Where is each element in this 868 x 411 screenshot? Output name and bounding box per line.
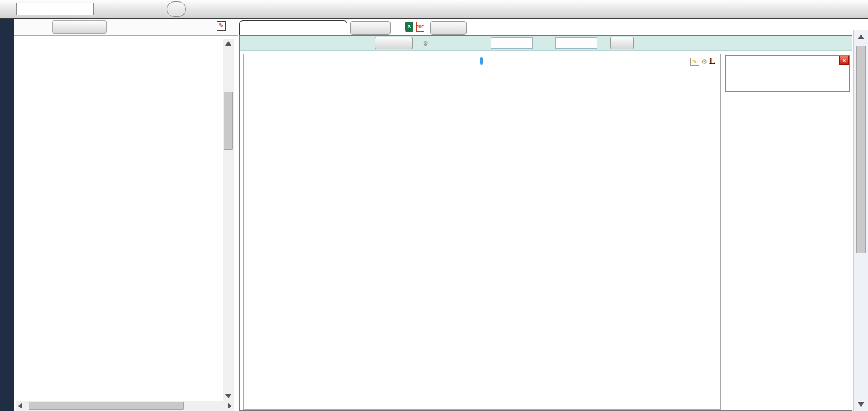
- chart-panel: ⚙ ✎ ⚙ L x: [239, 35, 852, 411]
- options-button[interactable]: ⚙: [423, 39, 429, 47]
- tab-new-tab[interactable]: [239, 20, 347, 36]
- go-all-button[interactable]: [430, 21, 467, 35]
- chart-settings-gear-icon[interactable]: ⚙: [701, 58, 708, 66]
- tree-mode-button[interactable]: [52, 20, 107, 34]
- chart-title-row: ✎ ⚙ L: [244, 56, 720, 66]
- side-tab-strip: [0, 19, 14, 411]
- tree-panel: [14, 35, 238, 411]
- new-tab-button[interactable]: [350, 21, 391, 35]
- scroll-up-icon[interactable]: [225, 41, 231, 46]
- edit-chart-icon[interactable]: ✎: [690, 58, 699, 66]
- tree-scroll-thumb[interactable]: [224, 92, 233, 150]
- page-vertical-scrollbar[interactable]: [853, 30, 868, 411]
- kpi-toolbar: ⚙: [240, 36, 852, 51]
- go-button[interactable]: [610, 37, 634, 49]
- chart-box: ✎ ⚙ L: [243, 54, 721, 410]
- interval-button[interactable]: [375, 37, 413, 49]
- log-scale-icon[interactable]: L: [709, 56, 715, 66]
- scroll-down-icon[interactable]: [858, 402, 864, 407]
- excel-export-icon[interactable]: X: [405, 22, 413, 32]
- gear-icon: ⚙: [423, 40, 429, 47]
- tab-strip: X PDF: [238, 19, 853, 35]
- scroll-right-icon[interactable]: [228, 403, 231, 409]
- legend-close-icon[interactable]: x: [839, 56, 849, 65]
- notes-icon[interactable]: ✎: [217, 21, 226, 31]
- to-date-input[interactable]: [555, 37, 597, 49]
- search-input[interactable]: [16, 3, 94, 15]
- kpi-line-chart: [244, 67, 720, 409]
- scroll-left-icon[interactable]: [18, 403, 22, 409]
- pdf-export-icon[interactable]: PDF: [416, 22, 424, 32]
- divider: [361, 38, 361, 49]
- chart-legend: x: [725, 55, 850, 92]
- tree-vertical-scrollbar[interactable]: [223, 39, 234, 401]
- from-date-input[interactable]: [491, 37, 533, 49]
- page-scroll-thumb[interactable]: [856, 46, 866, 253]
- tree-hscroll-thumb[interactable]: [29, 402, 184, 410]
- toolbar-button-group: [167, 1, 186, 17]
- tree-header: ✎: [14, 19, 238, 35]
- top-toolbar: [0, 0, 868, 19]
- scroll-down-icon[interactable]: [225, 394, 231, 398]
- tree-horizontal-scrollbar[interactable]: [16, 401, 234, 411]
- scroll-up-icon[interactable]: [858, 35, 864, 39]
- kpi-badge: [480, 57, 483, 65]
